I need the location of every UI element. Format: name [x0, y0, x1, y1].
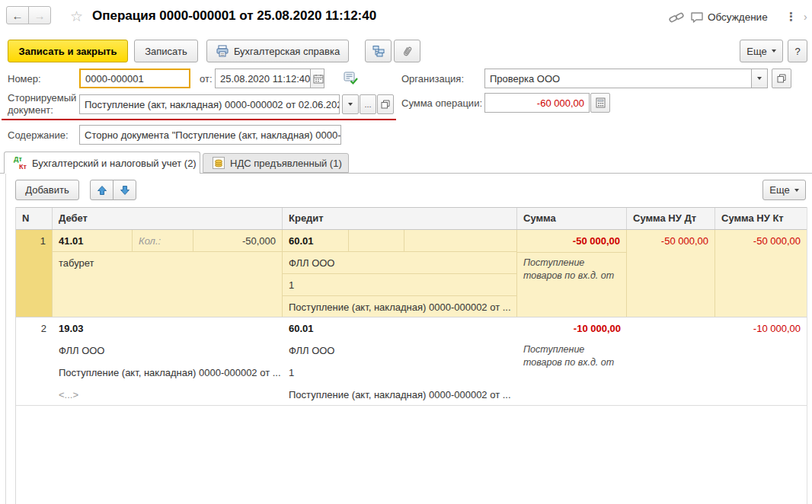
qty-value[interactable]: -50,000 — [193, 230, 282, 251]
storno-dropdown-button[interactable] — [342, 94, 359, 114]
tab-panel-border — [5, 174, 6, 504]
more-menu-dots-icon[interactable]: ⋮ — [785, 10, 797, 24]
organization-open-button[interactable] — [772, 69, 791, 88]
row-number-cell[interactable]: 2 — [16, 317, 53, 405]
number-label: Номер: — [8, 73, 41, 85]
col-header-sum-nu-dt[interactable]: Сумма НУ Дт — [627, 208, 715, 229]
accounting-reference-button[interactable]: Бухгалтерская справка — [206, 40, 349, 62]
row-number-cell[interactable]: 1 — [16, 230, 53, 317]
debit-cell[interactable]: 19.03 ФЛЛ ООО Поступление (акт, накладна… — [53, 317, 283, 405]
qty-label: Кол.: — [133, 230, 193, 251]
list-more-button[interactable]: Еще — [762, 180, 806, 200]
organization-label: Организация: — [401, 73, 464, 85]
save-and-close-button[interactable]: Записать и закрыть — [8, 40, 128, 62]
dt-kt-icon: ДтКт — [14, 157, 27, 169]
credit-cell[interactable]: 60.01 ФЛЛ ООО 1 Поступление (акт, наклад… — [283, 230, 517, 317]
credit-analytics-2[interactable]: 1 — [283, 362, 517, 384]
storno-document-label: Сторнируемый — [8, 92, 76, 104]
debit-analytics-3[interactable] — [53, 296, 282, 317]
credit-analytics-3[interactable]: Поступление (акт, накладная) 0000-000002… — [283, 384, 517, 405]
arrow-up-icon — [97, 185, 107, 196]
table-row[interactable]: 1 41.01 Кол.: -50,000 табурет 60.01 ФЛЛ … — [16, 230, 807, 317]
form-more-button[interactable]: Еще — [740, 40, 783, 62]
col-header-n[interactable]: N — [16, 208, 53, 229]
sum-nu-kt-cell[interactable]: -50 000,00 — [715, 230, 807, 317]
table-header-row: N Дебет Кредит Сумма Сумма НУ Дт Сумма Н… — [16, 207, 807, 230]
sum-cell[interactable]: -10 000,00 Поступление товаров по вх.д. … — [517, 317, 627, 405]
sum-nu-dt-cell[interactable] — [627, 317, 715, 405]
date-label: от: — [200, 73, 213, 85]
sum-nu-dt-cell[interactable]: -50 000,00 — [627, 230, 715, 317]
number-input[interactable]: 0000-000001 — [79, 69, 190, 88]
arrow-down-icon — [120, 185, 130, 196]
debit-analytics-3[interactable]: <...> — [53, 384, 283, 405]
col-header-sum[interactable]: Сумма — [517, 208, 627, 229]
postings-table[interactable]: N Дебет Кредит Сумма Сумма НУ Дт Сумма Н… — [15, 207, 807, 504]
sum-nu-kt-cell[interactable]: -10 000,00 — [715, 317, 807, 405]
favorite-star-icon[interactable]: ☆ — [70, 8, 83, 25]
page-title: Операция 0000-000001 от 25.08.2020 11:12… — [92, 8, 376, 24]
debit-account[interactable]: 19.03 — [53, 317, 133, 340]
attachments-button[interactable] — [394, 40, 420, 62]
credit-analytics-1[interactable]: ФЛЛ ООО — [283, 252, 516, 274]
date-input[interactable]: 25.08.2020 11:12:40 — [215, 69, 324, 88]
calendar-icon — [313, 74, 324, 84]
chevron-down-icon — [348, 103, 353, 106]
debit-analytics-2[interactable] — [53, 274, 282, 296]
link-icon[interactable] — [669, 11, 684, 24]
forward-button[interactable]: → — [28, 6, 51, 24]
tab-vat[interactable]: НДС предъявленный (1) — [203, 153, 349, 173]
organization-dropdown-button[interactable] — [751, 69, 767, 88]
back-arrow-icon: ← — [12, 9, 24, 22]
back-button[interactable]: ← — [6, 6, 29, 24]
discussion-label[interactable]: Обсуждение — [708, 11, 768, 23]
printer-icon — [216, 45, 229, 57]
chevron-down-icon — [772, 49, 776, 53]
storno-choose-button[interactable]: ... — [360, 94, 376, 114]
credit-analytics-3[interactable]: Поступление (акт, накладная) 0000-000002… — [283, 296, 516, 317]
move-down-button[interactable] — [113, 180, 136, 200]
paperclip-icon — [401, 45, 414, 57]
credit-analytics-1[interactable]: ФЛЛ ООО — [283, 340, 517, 362]
open-icon — [381, 100, 390, 109]
storno-open-button[interactable] — [377, 94, 394, 114]
credit-account[interactable]: 60.01 — [283, 230, 349, 251]
save-button[interactable]: Записать — [134, 40, 198, 62]
chevron-down-icon — [757, 77, 762, 80]
credit-cell[interactable]: 60.01 ФЛЛ ООО 1 Поступление (акт, наклад… — [283, 317, 517, 405]
add-row-button[interactable]: Добавить — [15, 180, 79, 200]
credit-account[interactable]: 60.01 — [283, 317, 517, 340]
tab-accounting[interactable]: ДтКт Бухгалтерский и налоговый учет (2) — [4, 152, 200, 174]
sum-note: Поступление товаров по вх.д. от — [517, 253, 626, 282]
debit-analytics-1[interactable]: ФЛЛ ООО — [53, 340, 283, 362]
posted-document-icon[interactable] — [343, 71, 359, 85]
edge-chevron-icon[interactable]: › — [804, 11, 807, 23]
organization-input[interactable]: Проверка ООО — [484, 69, 768, 88]
debit-account[interactable]: 41.01 — [53, 230, 133, 251]
open-icon — [777, 74, 786, 83]
amount-input[interactable]: -60 000,00 — [484, 93, 590, 113]
content-input[interactable]: Сторно документа "Поступление (акт, накл… — [79, 125, 341, 145]
discussion-icon[interactable] — [690, 11, 704, 24]
col-header-sum-nu-kt[interactable]: Сумма НУ Кт — [715, 208, 807, 229]
forward-arrow-icon: → — [34, 9, 46, 22]
col-header-debit[interactable]: Дебет — [53, 208, 283, 229]
chevron-down-icon — [794, 189, 799, 192]
calculator-icon — [596, 97, 606, 108]
storno-document-label-line2: документ: — [8, 104, 53, 116]
storno-document-input[interactable]: Поступление (акт, накладная) 0000-000002… — [79, 94, 340, 114]
debit-analytics-1[interactable]: табурет — [53, 252, 282, 274]
help-button[interactable]: ? — [788, 40, 807, 62]
col-header-credit[interactable]: Кредит — [283, 208, 517, 229]
document-structure-button[interactable] — [365, 40, 392, 62]
credit-analytics-2[interactable]: 1 — [283, 274, 516, 296]
debit-analytics-2[interactable]: Поступление (акт, накладная) 0000-000002… — [53, 362, 283, 384]
sum-cell[interactable]: -50 000,00 Поступление товаров по вх.д. … — [517, 230, 627, 317]
amount-label: Сумма операции: — [401, 97, 482, 109]
calculator-button[interactable] — [590, 93, 610, 113]
calendar-button[interactable] — [310, 69, 324, 88]
storno-error-underline — [2, 119, 396, 120]
move-up-button[interactable] — [90, 180, 113, 200]
debit-cell[interactable]: 41.01 Кол.: -50,000 табурет — [53, 230, 283, 317]
table-row[interactable]: 2 19.03 ФЛЛ ООО Поступление (акт, наклад… — [16, 317, 807, 406]
